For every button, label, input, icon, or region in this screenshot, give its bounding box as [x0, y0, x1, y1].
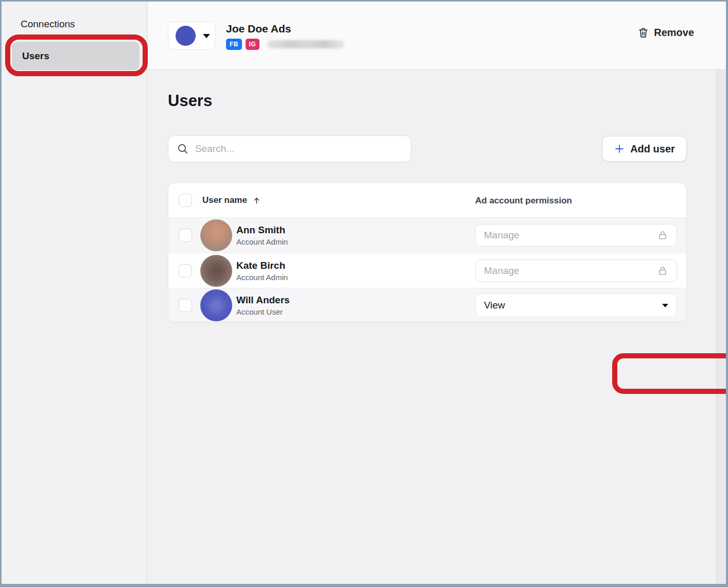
remove-button-label: Remove [654, 27, 694, 39]
permission-value: View [484, 300, 505, 311]
remove-button[interactable]: Remove [637, 27, 694, 39]
row-checkbox[interactable] [179, 229, 192, 242]
user-role: Account Admin [236, 237, 288, 246]
user-name: Ann Smith [236, 225, 288, 236]
facebook-badge: FB [226, 39, 242, 50]
search-icon [177, 143, 189, 155]
sort-ascending-icon [252, 196, 261, 205]
lock-icon [657, 265, 668, 277]
trash-icon [637, 27, 649, 39]
instagram-badge: IG [246, 39, 259, 50]
user-cell: Kate Birch Account Admin [236, 260, 288, 282]
sidebar-item-users[interactable]: Users [12, 42, 140, 70]
avatar [200, 255, 232, 287]
column-header-user-name[interactable]: User name [202, 195, 261, 205]
sidebar-item-users-label: Users [22, 50, 49, 62]
page-title: Users [168, 92, 212, 110]
user-cell: Will Anders Account User [236, 295, 290, 316]
redacted-account-id [267, 40, 344, 48]
main-content: Users Add user User name Ad account perm… [148, 71, 726, 584]
account-badges: FB IG [226, 39, 344, 50]
avatar [200, 219, 232, 251]
permission-value: Manage [484, 230, 519, 241]
search-input[interactable] [195, 143, 403, 154]
app-window: { "sidebar": { "section_label": "Connect… [0, 0, 728, 587]
permission-select-locked: Manage [475, 224, 677, 247]
search-box [168, 135, 411, 162]
chevron-down-icon [662, 304, 668, 307]
scrollbar-track[interactable] [716, 71, 726, 584]
avatar [200, 289, 232, 321]
account-name: Joe Doe Ads [226, 23, 291, 35]
add-user-button-label: Add user [630, 143, 675, 155]
row-checkbox[interactable] [179, 264, 192, 278]
user-name: Will Anders [236, 295, 290, 306]
account-switcher-button[interactable] [168, 22, 215, 50]
table-row: Kate Birch Account Admin Manage [168, 253, 686, 288]
users-table: User name Ad account permission Ann Smit… [168, 183, 687, 322]
row-checkbox[interactable] [179, 299, 192, 312]
permission-value: Manage [484, 265, 519, 277]
column-header-user-name-label: User name [202, 195, 247, 205]
permission-select-locked: Manage [475, 260, 677, 282]
column-header-permission: Ad account permission [475, 196, 572, 206]
lock-icon [657, 230, 668, 241]
add-user-button[interactable]: Add user [602, 136, 687, 162]
user-name: Kate Birch [236, 260, 288, 271]
permission-select-dropdown[interactable]: View [475, 294, 677, 317]
sidebar: Connections Users [2, 2, 147, 584]
header-bar: Joe Doe Ads FB IG Remove [148, 2, 726, 70]
sidebar-section-connections: Connections [21, 19, 75, 30]
table-row: Will Anders Account User View [168, 288, 686, 322]
user-role: Account Admin [236, 273, 288, 282]
user-role: Account User [236, 307, 290, 316]
table-header-row: User name Ad account permission [168, 183, 686, 217]
table-row: Ann Smith Account Admin Manage [168, 217, 686, 253]
select-all-checkbox[interactable] [179, 194, 192, 207]
annotation-ring-permission-dropdown [612, 353, 728, 394]
user-cell: Ann Smith Account Admin [236, 225, 288, 246]
plus-icon [614, 143, 625, 154]
account-avatar [176, 26, 196, 46]
chevron-down-icon [203, 34, 210, 38]
